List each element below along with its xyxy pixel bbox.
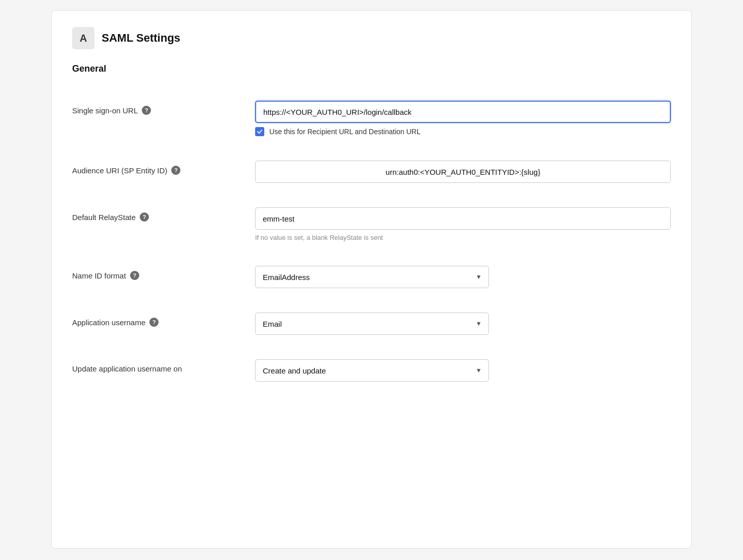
update-username-label: Update application username on [72,364,182,373]
relay-state-label-col: Default RelayState ? [72,207,255,222]
name-id-format-control-col: EmailAddress ▼ [255,266,671,288]
name-id-format-help-icon[interactable]: ? [130,271,139,280]
app-username-label-col: Application username ? [72,313,255,327]
app-username-help-icon[interactable]: ? [149,318,159,327]
app-username-row: Application username ? Email ▼ [72,300,671,347]
form-rows: Single sign-on URL ? Use this for Recipi… [72,88,671,394]
update-username-control-col: Create and update Create only ▼ [255,359,671,382]
relay-state-hint: If no value is set, a blank RelayState i… [255,234,671,241]
app-username-select[interactable]: Email [255,313,489,335]
recipient-url-checkbox-label: Use this for Recipient URL and Destinati… [269,128,421,136]
audience-uri-label-col: Audience URI (SP Entity ID) ? [72,161,255,175]
app-username-control-col: Email ▼ [255,313,671,335]
name-id-format-select-wrapper: EmailAddress ▼ [255,266,489,288]
relay-state-label: Default RelayState [72,213,136,222]
audience-uri-help-icon[interactable]: ? [171,166,180,175]
app-username-select-wrapper: Email ▼ [255,313,489,335]
update-username-select-wrapper: Create and update Create only ▼ [255,359,489,382]
sso-url-label-col: Single sign-on URL ? [72,101,255,115]
sso-url-row: Single sign-on URL ? Use this for Recipi… [72,88,671,148]
update-username-label-col: Update application username on [72,359,255,373]
name-id-format-label-col: Name ID format ? [72,266,255,280]
update-username-select[interactable]: Create and update Create only [255,359,489,382]
saml-settings-card: A SAML Settings General Single sign-on U… [51,10,692,549]
sso-url-input[interactable] [255,101,671,123]
relay-state-control-col: If no value is set, a blank RelayState i… [255,207,671,241]
sso-url-label: Single sign-on URL [72,106,138,115]
recipient-url-checkbox[interactable] [255,127,264,136]
sso-url-control-col: Use this for Recipient URL and Destinati… [255,101,671,136]
audience-uri-row: Audience URI (SP Entity ID) ? [72,148,671,195]
avatar: A [72,27,95,49]
card-header: A SAML Settings [72,27,671,49]
update-username-row: Update application username on Create an… [72,347,671,394]
page-title: SAML Settings [102,32,180,45]
audience-uri-label: Audience URI (SP Entity ID) [72,166,167,175]
relay-state-row: Default RelayState ? If no value is set,… [72,195,671,254]
name-id-format-label: Name ID format [72,271,126,280]
sso-url-help-icon[interactable]: ? [142,106,151,115]
app-username-label: Application username [72,318,145,327]
name-id-format-select[interactable]: EmailAddress [255,266,489,288]
relay-state-input[interactable] [255,207,671,230]
name-id-format-row: Name ID format ? EmailAddress ▼ [72,254,671,300]
audience-uri-input[interactable] [255,161,671,183]
relay-state-help-icon[interactable]: ? [140,212,149,222]
sso-url-checkbox-row: Use this for Recipient URL and Destinati… [255,127,671,136]
general-section-title: General [72,64,671,74]
audience-uri-control-col [255,161,671,183]
